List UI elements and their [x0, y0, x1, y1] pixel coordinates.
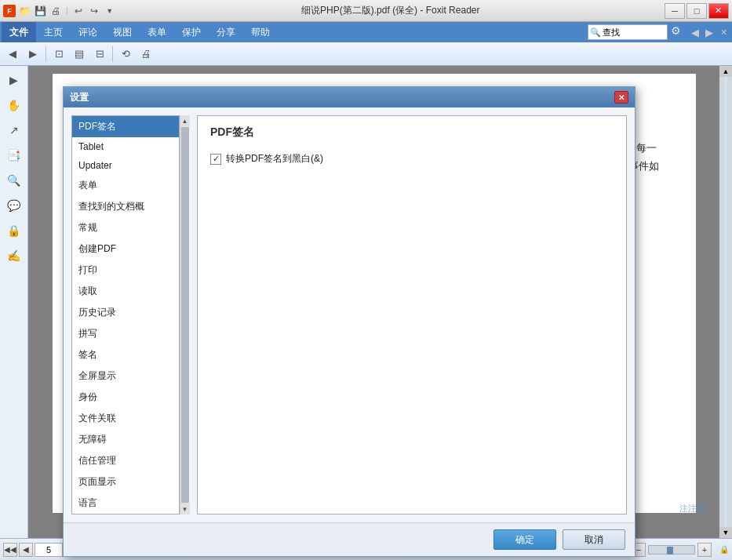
- dialog-title: 设置: [70, 91, 89, 104]
- dialog-title-bar: 设置 ✕: [64, 87, 635, 107]
- list-item[interactable]: PDF签名: [72, 116, 179, 137]
- dialog-close-btn[interactable]: ✕: [614, 91, 628, 104]
- list-item[interactable]: 拼写: [72, 323, 179, 344]
- list-item[interactable]: 无障碍: [72, 429, 179, 450]
- list-item[interactable]: 打印: [72, 260, 179, 281]
- settings-list-wrapper: PDF签名TabletUpdater表单查找到的文档概常规创建PDF打印读取历史…: [71, 115, 189, 515]
- list-scrollbar[interactable]: ▲ ▼: [180, 115, 189, 515]
- list-item[interactable]: Tablet: [72, 137, 179, 156]
- list-item[interactable]: 查找到的文档概: [72, 196, 179, 217]
- dialog-footer: 确定 取消: [64, 522, 635, 556]
- dialog-body: PDF签名TabletUpdater表单查找到的文档概常规创建PDF打印读取历史…: [64, 107, 635, 522]
- confirm-btn[interactable]: 确定: [493, 529, 556, 550]
- list-scroll-container: PDF签名TabletUpdater表单查找到的文档概常规创建PDF打印读取历史…: [72, 116, 179, 514]
- settings-content: PDF签名 转换PDF签名到黑白(&): [197, 115, 627, 515]
- list-item[interactable]: 信任管理: [72, 450, 179, 471]
- list-item[interactable]: 读取: [72, 281, 179, 302]
- list-item[interactable]: 表单: [72, 175, 179, 196]
- list-item[interactable]: Updater: [72, 156, 179, 175]
- list-item[interactable]: 页面显示: [72, 471, 179, 493]
- cancel-btn[interactable]: 取消: [563, 529, 625, 550]
- settings-list[interactable]: PDF签名TabletUpdater表单查找到的文档概常规创建PDF打印读取历史…: [71, 115, 180, 515]
- list-item[interactable]: 文件关联: [72, 408, 179, 429]
- checkbox-label: 转换PDF签名到黑白(&): [226, 152, 323, 165]
- checkbox-row: 转换PDF签名到黑白(&): [210, 152, 614, 165]
- list-item[interactable]: 历史记录: [72, 302, 179, 323]
- list-scroll-thumb[interactable]: [181, 127, 189, 503]
- list-item[interactable]: 创建PDF: [72, 238, 179, 260]
- list-item[interactable]: 常规: [72, 217, 179, 238]
- list-item[interactable]: 签名: [72, 344, 179, 365]
- content-title: PDF签名: [210, 125, 614, 140]
- list-scroll-up-btn[interactable]: ▲: [180, 115, 190, 126]
- settings-dialog-overlay: 设置 ✕ PDF签名TabletUpdater表单查找到的文档概常规创建PDF打…: [0, 0, 732, 560]
- list-item[interactable]: 全屏显示: [72, 365, 179, 387]
- settings-dialog: 设置 ✕ PDF签名TabletUpdater表单查找到的文档概常规创建PDF打…: [63, 86, 635, 557]
- list-scroll-down-btn[interactable]: ▼: [180, 504, 190, 515]
- list-item[interactable]: 语言: [72, 493, 179, 514]
- list-item[interactable]: 身份: [72, 387, 179, 408]
- pdf-sign-checkbox[interactable]: [210, 154, 221, 165]
